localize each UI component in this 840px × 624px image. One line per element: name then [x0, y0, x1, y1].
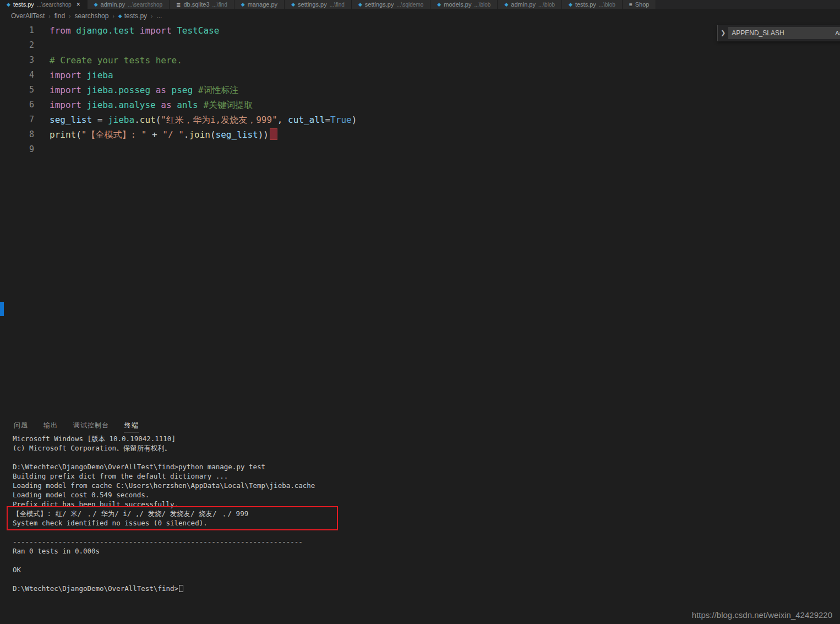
tab-path-hint: ...\searchshop	[37, 2, 72, 8]
breadcrumb-label: tests.py	[124, 12, 147, 20]
find-widget: ❯ APPEND_SLASH Aa ab	[717, 25, 840, 41]
token: from	[50, 25, 71, 36]
token	[166, 85, 172, 95]
editor-tab-bar: ◆tests.py...\searchshop×◆admin.py...\sea…	[0, 0, 840, 9]
token: "/ "	[162, 129, 184, 140]
close-icon[interactable]: ×	[77, 1, 80, 8]
tab-admin.py[interactable]: ◆admin.py...\blob	[498, 0, 562, 9]
code-text: from django.test import TestCase	[34, 23, 219, 38]
token: =	[92, 115, 108, 125]
chevron-right-icon: ›	[151, 13, 152, 19]
token: import	[50, 85, 81, 95]
token	[193, 85, 198, 95]
code-line: 8print("【全模式】: " + "/ ".join(seg_list))	[0, 127, 840, 142]
tab-path-hint: ...\sqldemo	[396, 2, 423, 8]
panel-tab-bar: 问题输出调试控制台终端	[0, 417, 840, 434]
tab-label: models.py	[444, 1, 471, 8]
token: .	[184, 129, 189, 140]
tab-settings.py[interactable]: ◆settings.py...\find	[285, 0, 352, 9]
token: )	[352, 115, 357, 125]
python-file-icon: ◆	[569, 2, 572, 7]
terminal[interactable]: Microsoft Windows [版本 10.0.19042.1110](c…	[0, 434, 840, 593]
line-number: 4	[0, 68, 34, 83]
code-text: # Create your tests here.	[34, 53, 182, 68]
terminal-output: Microsoft Windows [版本 10.0.19042.1110](c…	[0, 434, 840, 593]
token: # Create your tests here.	[50, 55, 182, 66]
tab-path-hint: ...\searchshop	[128, 2, 162, 8]
token	[172, 100, 177, 110]
token: import	[50, 100, 81, 110]
tab-manage.py[interactable]: ◆manage.py	[234, 0, 285, 9]
find-input[interactable]: APPEND_SLASH Aa ab	[728, 27, 840, 39]
code-line: 7seg_list = jieba.cut("红米，华为i,发烧友，999", …	[0, 112, 840, 127]
token: seg_list	[216, 129, 258, 140]
token: django.test	[76, 25, 134, 36]
token: TestCase	[177, 25, 219, 36]
panel-tab-output[interactable]: 输出	[43, 420, 58, 432]
breadcrumb-item-find[interactable]: find	[54, 12, 65, 20]
terminal-line: ----------------------------------------…	[0, 537, 840, 546]
code-line: 1from django.test import TestCase	[0, 23, 840, 38]
code-text: import jieba	[34, 68, 113, 83]
code-line: 3# Create your tests here.	[0, 53, 840, 68]
tab-db.sqlite3[interactable]: ≣db.sqlite3...\find	[170, 0, 234, 9]
breadcrumb-item-...[interactable]: ...	[156, 12, 162, 20]
tab-Shop[interactable]: ≡Shop	[623, 0, 657, 9]
terminal-line: Loading model from cache C:\Users\herzsh…	[0, 481, 840, 490]
code-editor[interactable]: 1from django.test import TestCase23# Cre…	[0, 23, 840, 417]
terminal-line: (c) Microsoft Corporation。保留所有权利。	[0, 443, 840, 453]
panel-tab-terminal[interactable]: 终端	[124, 420, 139, 432]
tab-label: settings.py	[365, 1, 394, 8]
find-replace-toggle-icon[interactable]: ❯	[721, 29, 726, 36]
code-line: 2	[0, 38, 840, 53]
terminal-line: System check identified no issues (0 sil…	[0, 518, 840, 528]
python-file-icon: ◆	[437, 2, 441, 7]
find-query-text: APPEND_SLASH	[732, 29, 831, 37]
terminal-cursor	[179, 585, 183, 592]
breadcrumb-item-tests.py[interactable]: ◆tests.py	[118, 12, 147, 20]
python-file-icon: ◆	[7, 2, 10, 7]
token: as	[156, 85, 166, 95]
python-file-icon: ◆	[94, 2, 98, 7]
line-number: 7	[0, 112, 34, 127]
token	[198, 100, 204, 110]
tab-models.py[interactable]: ◆models.py...\blob	[430, 0, 498, 9]
token: jieba.analyse	[86, 100, 155, 110]
token: jieba.posseg	[86, 85, 150, 95]
token: (	[156, 115, 161, 125]
chevron-right-icon: ›	[48, 13, 50, 19]
breadcrumb-item-searchshop[interactable]: searchshop	[74, 12, 108, 20]
python-file-icon: ◆	[118, 13, 122, 19]
terminal-line: Prefix dict has been built successfully.	[0, 500, 840, 509]
token	[81, 70, 87, 80]
panel-tab-problems[interactable]: 问题	[13, 420, 29, 432]
chevron-right-icon: ›	[112, 13, 114, 19]
editor-lines: 1from django.test import TestCase23# Cre…	[0, 23, 840, 157]
python-file-icon: ◆	[291, 2, 295, 7]
breadcrumb-item-OverAllTest[interactable]: OverAllTest	[11, 12, 45, 20]
token: ,	[277, 115, 288, 125]
tab-tests.py[interactable]: ◆tests.py...\searchshop×	[0, 0, 88, 9]
tab-admin.py[interactable]: ◆admin.py...\searchshop	[88, 0, 170, 9]
code-text: print("【全模式】: " + "/ ".join(seg_list))	[34, 127, 277, 142]
code-line: 4import jieba	[0, 68, 840, 83]
token: jieba	[108, 115, 134, 125]
token: as	[161, 100, 171, 110]
token	[71, 25, 77, 36]
tab-label: db.sqlite3	[183, 1, 209, 8]
list-file-icon: ≡	[629, 2, 632, 8]
terminal-line: 【全模式】: 红/ 米/ ，/ 华为/ i/ ,/ 发烧/ 发烧友/ 烧友/ ，…	[0, 509, 840, 518]
tab-settings.py[interactable]: ◆settings.py...\sqldemo	[352, 0, 430, 9]
code-text: seg_list = jieba.cut("红米，华为i,发烧友，999", c…	[34, 112, 357, 127]
tab-path-hint: ...\blob	[474, 2, 490, 8]
tab-path-hint: ...\find	[330, 2, 345, 8]
token: cut	[140, 115, 156, 125]
token	[150, 85, 156, 95]
tab-tests.py[interactable]: ◆tests.py...\blob	[562, 0, 623, 9]
breadcrumb-label: searchshop	[74, 12, 108, 20]
panel-tab-debug-console[interactable]: 调试控制台	[73, 420, 110, 432]
terminal-line: Microsoft Windows [版本 10.0.19042.1110]	[0, 434, 840, 443]
match-case-icon[interactable]: Aa	[835, 30, 840, 36]
tab-path-hint: ...\blob	[538, 2, 555, 8]
line-number: 3	[0, 53, 34, 68]
